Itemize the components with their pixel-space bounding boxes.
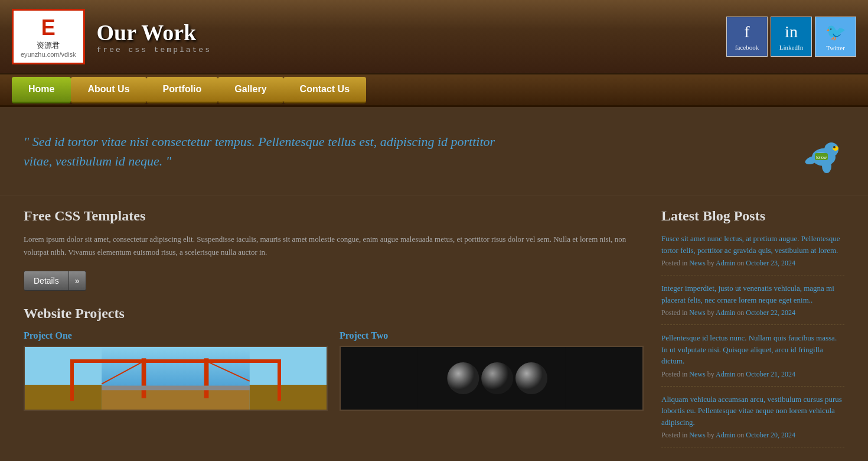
svg-rect-11 (142, 358, 146, 398)
post-3-date: October 21, 2024 (746, 370, 795, 378)
post-3-author: Admin (716, 370, 735, 378)
post-4-category: News (689, 431, 705, 439)
linkedin-logo: in (785, 22, 798, 41)
post-4-author: Admin (716, 431, 735, 439)
twitter-icon[interactable]: 🐦 Twitter (815, 17, 856, 57)
svg-point-3 (833, 146, 836, 148)
logo-e-letter: E (41, 15, 56, 40)
blog-post-1-link[interactable]: Fusce sit amet nunc lectus, at pretium a… (661, 233, 844, 256)
svg-point-20 (515, 362, 547, 394)
project-one-image (24, 346, 328, 411)
navbar: Home About Us Portfolio Gallery Contact … (0, 74, 868, 107)
svg-text:follow: follow (816, 155, 827, 160)
blog-post-2-meta: Posted in News by Admin on October 22, 2… (661, 309, 844, 317)
post-1-author: Admin (716, 259, 735, 267)
projects-section: Website Projects Project One (24, 306, 644, 411)
projects-title: Website Projects (24, 306, 644, 322)
blog-post-1-meta: Posted in News by Admin on October 23, 2… (661, 259, 844, 268)
nav-contact[interactable]: Contact Us (283, 77, 366, 103)
svg-rect-16 (102, 386, 250, 391)
details-arrow-button[interactable]: » (69, 271, 86, 291)
blog-post-3-link[interactable]: Pellentesque id lectus nunc. Nullam quis… (661, 332, 844, 367)
blog-title: Latest Blog Posts (661, 208, 844, 224)
blog-post-4-link[interactable]: Aliquam vehicula accumsan arcu, vestibul… (661, 394, 844, 428)
facebook-label: facebook (735, 44, 759, 51)
blog-post-3: Pellentesque id lectus nunc. Nullam quis… (661, 332, 844, 387)
nav-about[interactable]: About Us (71, 77, 146, 103)
social-icons: f facebook in LinkedIn 🐦 Twitter (726, 17, 856, 57)
css-templates-title: Free CSS Templates (24, 208, 644, 224)
blog-post-2: Integer imperdiet, justo ut venenatis ve… (661, 283, 844, 325)
svg-line-15 (207, 361, 250, 381)
blog-post-4: Aliquam vehicula accumsan arcu, vestibul… (661, 394, 844, 448)
main-column: Free CSS Templates Lorem ipsum dolor sit… (24, 208, 644, 454)
twitter-logo: 🐦 (825, 22, 846, 42)
twitter-label: Twitter (826, 44, 845, 51)
svg-rect-10 (102, 389, 250, 410)
site-subtitle: free css templates (97, 46, 211, 54)
blog-post-3-meta: Posted in News by Admin on October 21, 2… (661, 370, 844, 379)
details-button-group: Details » (24, 271, 644, 291)
css-templates-body: Lorem ipsum dolor sit amet, consectetur … (24, 233, 644, 259)
svg-point-19 (481, 362, 513, 394)
bridge-svg (25, 347, 327, 410)
css-templates-section: Free CSS Templates Lorem ipsum dolor sit… (24, 208, 644, 291)
quote-section: " Sed id tortor vitae nisi consectetur t… (0, 107, 868, 196)
logo-chinese: 资源君 (37, 40, 60, 51)
facebook-icon[interactable]: f facebook (726, 17, 768, 57)
nav-portfolio[interactable]: Portfolio (146, 77, 218, 103)
post-2-category: News (689, 309, 705, 317)
nav-home[interactable]: Home (12, 77, 71, 103)
site-title-area: Our Work free css templates (97, 20, 211, 54)
project-two: Project Two (340, 330, 644, 411)
project-one: Project One (24, 330, 328, 411)
post-3-category: News (689, 370, 705, 378)
header: E 资源君 eyunzhu.com/vdisk Our Work free cs… (0, 0, 868, 74)
projects-grid: Project One (24, 330, 644, 411)
content-area: Free CSS Templates Lorem ipsum dolor sit… (0, 196, 868, 461)
linkedin-icon[interactable]: in LinkedIn (771, 17, 812, 57)
logo-area: E 资源君 eyunzhu.com/vdisk Our Work free cs… (12, 9, 211, 64)
logo-url: eyunzhu.com/vdisk (21, 51, 76, 58)
post-2-date: October 22, 2024 (746, 309, 795, 317)
sidebar-column: Latest Blog Posts Fusce sit amet nunc le… (661, 208, 844, 454)
nav-gallery[interactable]: Gallery (218, 77, 283, 103)
svg-rect-9 (102, 347, 250, 410)
project-two-image (340, 346, 644, 411)
twitter-bird-graphic: follow (797, 125, 844, 178)
post-2-author: Admin (716, 309, 735, 317)
blog-post-2-link[interactable]: Integer imperdiet, justo ut venenatis ve… (661, 283, 844, 306)
svg-line-13 (102, 361, 143, 384)
facebook-logo: f (744, 22, 749, 41)
blog-post-1: Fusce sit amet nunc lectus, at pretium a… (661, 233, 844, 275)
details-button[interactable]: Details (24, 271, 69, 291)
project-one-title[interactable]: Project One (24, 330, 328, 341)
post-1-category: News (689, 259, 705, 267)
quote-text: " Sed id tortor vitae nisi consectetur t… (24, 132, 526, 171)
project-two-title[interactable]: Project Two (340, 330, 644, 341)
svg-point-5 (822, 159, 831, 173)
logo-box: E 资源君 eyunzhu.com/vdisk (12, 9, 85, 64)
post-4-date: October 20, 2024 (746, 431, 795, 439)
blog-post-4-meta: Posted in News by Admin on October 20, 2… (661, 431, 844, 440)
balls-svg (341, 347, 642, 410)
linkedin-label: LinkedIn (779, 44, 803, 51)
post-1-date: October 23, 2024 (746, 259, 795, 267)
site-title: Our Work (97, 20, 211, 46)
svg-point-18 (447, 362, 479, 394)
svg-rect-12 (204, 358, 209, 398)
